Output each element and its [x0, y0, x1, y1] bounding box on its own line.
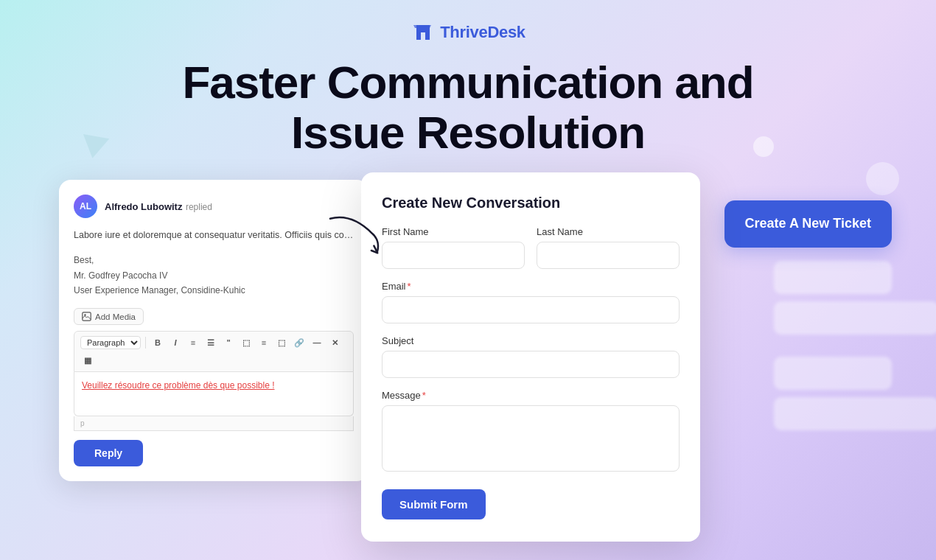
bg-circle-1-decoration [753, 136, 774, 157]
message-group: Message* [382, 390, 680, 472]
last-name-label: Last Name [537, 226, 680, 237]
first-name-group: First Name [382, 226, 525, 269]
blurred-card-3 [774, 357, 892, 390]
logo-text: ThriveDesk [440, 23, 525, 42]
email-label: Email* [382, 281, 680, 292]
bg-triangle-decoration [80, 134, 110, 161]
chat-body-text: Labore iure et doloremque at consequatur… [74, 228, 354, 242]
chat-user-row: AL Alfredo Lubowitz replied [74, 195, 354, 218]
separator-button[interactable]: — [310, 335, 324, 350]
last-name-input[interactable] [537, 242, 680, 269]
submit-form-button[interactable]: Submit Form [382, 489, 486, 519]
sig-line1: Best, [74, 253, 354, 267]
blurred-card-4 [774, 397, 936, 430]
toolbar-divider-1 [145, 337, 146, 349]
image-icon [82, 312, 91, 321]
modal-title: Create New Conversation [382, 195, 680, 211]
svg-point-1 [84, 315, 85, 316]
align-center-button[interactable]: ≡ [256, 335, 271, 350]
editor-footer: p [74, 416, 354, 431]
add-media-button[interactable]: Add Media [74, 308, 144, 325]
chat-user-info: Alfredo Lubowitz replied [105, 200, 212, 213]
create-new-ticket-button[interactable]: Create A New Ticket [724, 200, 892, 247]
subject-input[interactable] [382, 351, 680, 378]
reply-button[interactable]: Reply [74, 440, 143, 466]
blurred-card-2 [774, 301, 936, 335]
chat-signature: Best, Mr. Godfrey Pacocha IV User Experi… [74, 253, 354, 298]
italic-button[interactable]: I [168, 335, 183, 350]
chat-user-name: Alfredo Lubowitz [105, 201, 182, 212]
editor-content[interactable]: Veuillez résoudre ce problème dès que po… [74, 372, 354, 416]
avatar: AL [74, 195, 97, 218]
ordered-list-button[interactable]: ≡ [186, 335, 200, 350]
paragraph-marker: p [80, 419, 85, 427]
message-label: Message* [382, 390, 680, 401]
table-button[interactable]: ▦ [80, 353, 95, 368]
sig-line3: User Experience Manager, Considine-Kuhic [74, 283, 354, 298]
last-name-group: Last Name [537, 226, 680, 269]
editor-draft-text: Veuillez résoudre ce problème dès que po… [82, 380, 275, 391]
arrow-decoration [322, 207, 385, 264]
content-area: AL Alfredo Lubowitz replied Labore iure … [0, 180, 936, 533]
chat-replied-label: replied [186, 202, 212, 212]
chat-card: AL Alfredo Lubowitz replied Labore iure … [59, 180, 369, 481]
sig-line2: Mr. Godfrey Pacocha IV [74, 268, 354, 283]
svg-rect-0 [83, 312, 91, 321]
header: ThriveDesk [0, 0, 936, 44]
add-media-label: Add Media [95, 312, 136, 321]
first-name-input[interactable] [382, 242, 525, 269]
quote-button[interactable]: " [221, 335, 236, 350]
name-row: First Name Last Name [382, 226, 680, 269]
bold-button[interactable]: B [150, 335, 165, 350]
first-name-label: First Name [382, 226, 525, 237]
paragraph-select[interactable]: Paragraph [80, 336, 141, 349]
right-blurred-cards [774, 261, 892, 430]
link-button[interactable]: 🔗 [292, 335, 307, 350]
email-input[interactable] [382, 296, 680, 323]
subject-label: Subject [382, 335, 680, 346]
align-left-button[interactable]: ⬚ [239, 335, 254, 350]
align-right-button[interactable]: ⬚ [274, 335, 289, 350]
editor-toolbar-top: Add Media [74, 308, 354, 325]
hero-heading: Faster Communication and Issue Resolutio… [0, 57, 936, 158]
subject-group: Subject [382, 335, 680, 378]
blurred-card-1 [774, 261, 892, 294]
create-conversation-modal: Create New Conversation First Name Last … [361, 172, 700, 542]
message-textarea[interactable] [382, 405, 680, 472]
unordered-list-button[interactable]: ☰ [203, 335, 218, 350]
editor-toolbar: Paragraph B I ≡ ☰ " ⬚ ≡ ⬚ 🔗 — ✕ ▦ [74, 331, 354, 372]
thrivedesk-logo-icon [411, 21, 434, 44]
email-group: Email* [382, 281, 680, 323]
code-button[interactable]: ✕ [327, 335, 342, 350]
